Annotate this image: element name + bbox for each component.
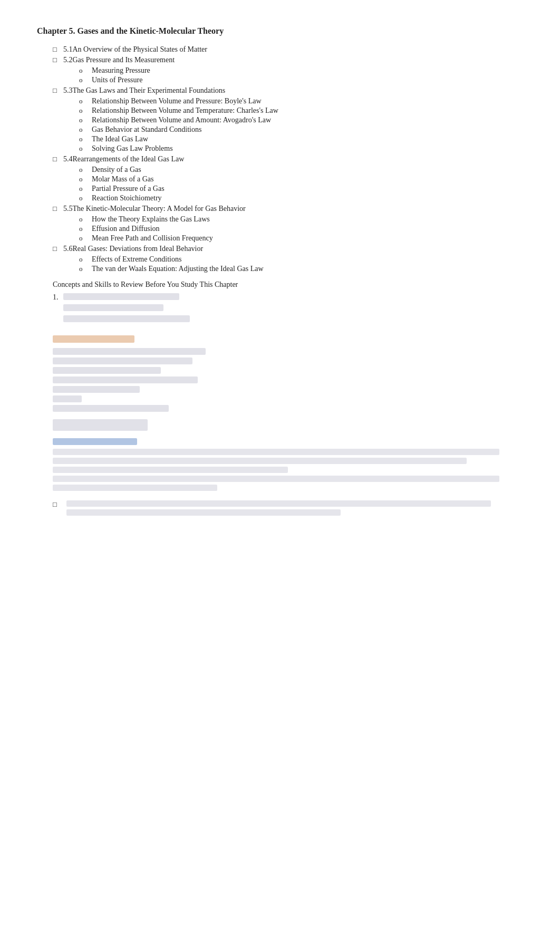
toc-bullet: □ [53,45,60,54]
toc-subsection-gas-behavior: o Gas Behavior at Standard Conditions [37,125,523,134]
toc-sub-bullet: o [79,135,86,143]
toc-subsection: o Relationship Between Volume and Pressu… [37,97,523,105]
formula-block [53,419,523,431]
toc-sub-bullet: o [79,107,86,115]
toc-section-label: 5.4Rearrangements of the Ideal Gas Law [63,155,184,163]
toc-section-label: 5.2Gas Pressure and Its Measurement [63,56,175,64]
toc-sub-label: The Ideal Gas Law [92,135,148,143]
toc-subsection-list: o Relationship Between Volume and Pressu… [37,97,523,153]
toc-sub-label: Reaction Stoichiometry [92,194,162,202]
blurred-body-lines [53,348,523,412]
sample-block [53,438,523,491]
sample-title [53,438,137,445]
toc-section-label: 5.1An Overview of the Physical States of… [63,45,207,54]
concepts-section: Concepts and Skills to Review Before You… [37,281,523,325]
toc-sub-label: Effects of Extreme Conditions [92,255,181,264]
blurred-line [53,348,206,355]
sample-body-line [53,476,499,482]
toc-sub-bullet: o [79,76,86,84]
toc-subsection: o Measuring Pressure [37,66,523,75]
formula-line [53,419,148,431]
toc-section-5-5: □ 5.5The Kinetic-Molecular Theory: A Mod… [37,205,523,243]
toc-section-5-4: □ 5.4Rearrangements of the Ideal Gas Law… [37,155,523,202]
toc-bullet: □ [53,56,60,64]
chapter-title: Chapter 5. Gases and the Kinetic-Molecul… [37,26,523,36]
toc-sub-bullet: o [79,194,86,202]
toc-sub-bullet: o [79,116,86,124]
toc-sub-bullet: o [79,125,86,134]
blurred-block-orange-title [53,335,523,343]
numbered-item-1: 1. [53,293,523,303]
blurred-orange-line [53,335,134,343]
toc-sub-bullet: o [79,185,86,193]
toc-sub-label: Relationship Between Volume and Temperat… [92,107,278,115]
blurred-concept-1 [63,293,179,300]
blurred-concept-3 [63,315,190,322]
toc-list: □ 5.1An Overview of the Physical States … [37,45,523,273]
blurred-line [53,386,140,393]
toc-subsection: o Effects of Extreme Conditions [37,255,523,264]
toc-bullet: □ [53,245,60,253]
toc-sub-bullet: o [79,175,86,183]
toc-subsection: o Solving Gas Law Problems [37,144,523,153]
follow-line [66,500,491,507]
follow-up-block: □ [53,500,523,518]
toc-sub-label: The van der Waals Equation: Adjusting th… [92,265,264,273]
toc-sub-bullet: o [79,97,86,105]
toc-subsection-list: o Density of a Gas o Molar Mass of a Gas… [37,166,523,202]
blurred-line [53,405,169,412]
toc-subsection: o Molar Mass of a Gas [37,175,523,183]
toc-sub-label: Effusion and Diffusion [92,225,160,233]
toc-subsection: o Reaction Stoichiometry [37,194,523,202]
toc-sub-bullet: o [79,215,86,224]
toc-section-label: 5.6Real Gases: Deviations from Ideal Beh… [63,245,203,253]
toc-subsection: o Density of a Gas [37,166,523,174]
toc-sub-label: How the Theory Explains the Gas Laws [92,215,210,224]
toc-sub-label: Partial Pressure of a Gas [92,185,165,193]
toc-section-5-1: □ 5.1An Overview of the Physical States … [37,45,523,54]
toc-sub-label: Solving Gas Law Problems [92,144,173,153]
toc-subsection: o Effusion and Diffusion [37,225,523,233]
numbered-item-3 [63,315,523,325]
toc-subsection-list: o Measuring Pressure o Units of Pressure [37,66,523,84]
toc-subsection: o The Ideal Gas Law [37,135,523,143]
toc-subsection: o The van der Waals Equation: Adjusting … [37,265,523,273]
sample-body-line [53,467,288,473]
toc-section-label: 5.5The Kinetic-Molecular Theory: A Model… [63,205,246,213]
toc-section-5-6: □ 5.6Real Gases: Deviations from Ideal B… [37,245,523,273]
toc-subsection-list: o How the Theory Explains the Gas Laws o… [37,215,523,243]
toc-sub-label: Units of Pressure [92,76,142,84]
blurred-line [53,358,192,364]
blurred-content-block-1 [37,335,523,412]
toc-sub-bullet: o [79,166,86,174]
blurred-concept-2 [63,304,163,311]
follow-text [66,500,523,518]
numbered-item-2 [63,304,523,314]
toc-section-5-2: □ 5.2Gas Pressure and Its Measurement o … [37,56,523,84]
numbered-list: 1. [53,293,523,325]
toc-subsection: o Relationship Between Volume and Amount… [37,116,523,124]
toc-section-label: 5.3The Gas Laws and Their Experimental F… [63,86,225,95]
concepts-label: Concepts and Skills to Review Before You… [53,281,523,289]
toc-sub-bullet: o [79,234,86,243]
toc-section-5-3: □ 5.3The Gas Laws and Their Experimental… [37,86,523,153]
toc-subsection: o Relationship Between Volume and Temper… [37,107,523,115]
sample-body-line [53,458,467,464]
toc-subsection-list: o Effects of Extreme Conditions o The va… [37,255,523,273]
toc-sub-bullet: o [79,265,86,273]
toc-bullet: □ [53,205,60,213]
blurred-line [53,367,161,374]
toc-sub-label: Relationship Between Volume and Pressure… [92,97,262,105]
toc-sub-bullet: o [79,255,86,264]
toc-sub-bullet: o [79,66,86,75]
sample-body-line [53,485,217,491]
blurred-line [53,376,198,383]
blurred-line [53,395,82,402]
toc-sub-label: Molar Mass of a Gas [92,175,153,183]
toc-subsection: o Mean Free Path and Collision Frequency [37,234,523,243]
toc-subsection: o How the Theory Explains the Gas Laws [37,215,523,224]
toc-bullet: □ [53,86,60,95]
toc-sub-bullet: o [79,225,86,233]
toc-sub-bullet: o [79,144,86,153]
toc-subsection: o Units of Pressure [37,76,523,84]
